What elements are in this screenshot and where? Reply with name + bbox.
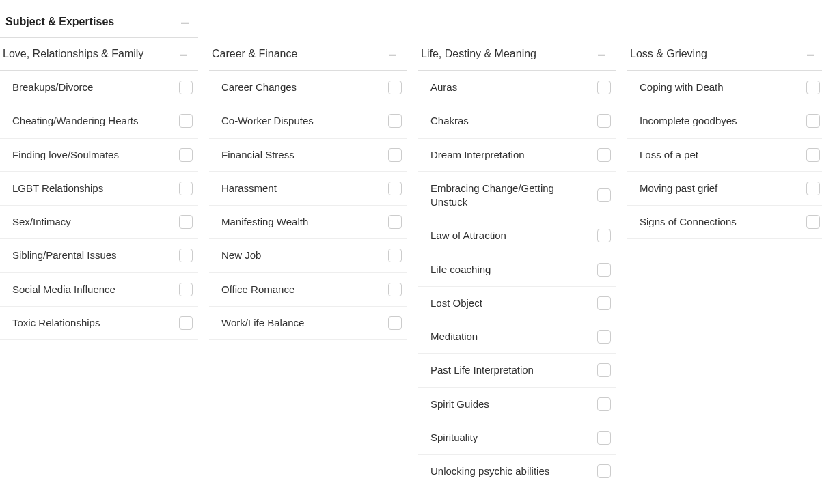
list-item-label: Breakups/Divorce	[12, 81, 179, 94]
checkbox[interactable]	[597, 397, 611, 411]
category-title: Life, Destiny & Meaning	[421, 48, 536, 60]
checkbox[interactable]	[597, 330, 611, 344]
list-item-label: Embracing Change/Getting Unstuck	[430, 182, 597, 210]
checkbox[interactable]	[179, 148, 193, 162]
checkbox[interactable]	[597, 363, 611, 377]
checkbox[interactable]	[179, 182, 193, 195]
list-item: Auras	[418, 71, 616, 104]
checkbox[interactable]	[597, 263, 611, 277]
checkbox[interactable]	[388, 114, 402, 128]
checkbox[interactable]	[388, 182, 402, 195]
list-item-label: Manifesting Wealth	[221, 215, 388, 229]
list-item-label: Signs of Connections	[640, 215, 806, 229]
checkbox[interactable]	[597, 431, 611, 445]
checkbox[interactable]	[597, 464, 611, 478]
list-item: Meditation	[418, 320, 616, 354]
checkbox[interactable]	[179, 283, 193, 296]
collapse-icon[interactable]: –	[177, 15, 193, 29]
list-item-label: Spirit Guides	[430, 397, 597, 411]
list-item: Incomplete goodbyes	[627, 104, 822, 138]
list-item-label: Harassment	[221, 182, 388, 195]
list-item-label: Dream Interpretation	[430, 148, 597, 162]
checkbox[interactable]	[388, 148, 402, 162]
checkbox[interactable]	[806, 182, 820, 195]
checkbox[interactable]	[597, 229, 611, 242]
collapse-icon[interactable]: –	[803, 47, 819, 61]
category-column: Loss & Grieving–Coping with DeathIncompl…	[627, 38, 822, 239]
category-column: Career & Finance–Career ChangesCo-Worker…	[209, 38, 407, 340]
list-item-label: Law of Attraction	[430, 229, 597, 242]
collapse-icon[interactable]: –	[594, 47, 609, 61]
category-header[interactable]: Career & Finance–	[209, 38, 407, 71]
checkbox[interactable]	[388, 215, 402, 229]
list-item: Office Romance	[209, 273, 407, 307]
list-item-label: Work/Life Balance	[221, 316, 388, 330]
category-header[interactable]: Loss & Grieving–	[627, 38, 822, 71]
collapse-icon[interactable]: –	[385, 47, 400, 61]
checkbox[interactable]	[179, 316, 193, 330]
list-item-label: Social Media Influence	[12, 283, 179, 296]
list-item: Toxic Relationships	[0, 307, 198, 340]
list-item-label: Sibling/Parental Issues	[12, 249, 179, 262]
list-item-label: Career Changes	[221, 81, 388, 94]
category-column: Life, Destiny & Meaning–AurasChakrasDrea…	[418, 38, 616, 488]
checkbox[interactable]	[806, 148, 820, 162]
list-item: Spirituality	[418, 421, 616, 455]
list-item: Cheating/Wandering Hearts	[0, 104, 198, 138]
list-item-label: Unlocking psychic abilities	[430, 464, 597, 478]
category-title: Career & Finance	[212, 48, 297, 60]
list-item-label: Office Romance	[221, 283, 388, 296]
checkbox[interactable]	[806, 215, 820, 229]
category-header[interactable]: Life, Destiny & Meaning–	[418, 38, 616, 71]
list-item: Life coaching	[418, 253, 616, 287]
category-items: AurasChakrasDream InterpretationEmbracin…	[418, 71, 616, 488]
checkbox[interactable]	[388, 81, 402, 94]
category-header[interactable]: Love, Relationships & Family–	[0, 38, 198, 71]
list-item-label: Moving past grief	[640, 182, 806, 195]
list-item: Manifesting Wealth	[209, 206, 407, 239]
category-title: Loss & Grieving	[630, 48, 707, 60]
list-item-label: Sex/Intimacy	[12, 215, 179, 229]
checkbox[interactable]	[597, 188, 611, 202]
list-item: Dream Interpretation	[418, 139, 616, 172]
list-item-label: Incomplete goodbyes	[640, 114, 806, 128]
main-header-row[interactable]: Subject & Expertises –	[0, 7, 198, 38]
list-item: Moving past grief	[627, 172, 822, 206]
checkbox[interactable]	[597, 81, 611, 94]
checkbox[interactable]	[179, 114, 193, 128]
collapse-icon[interactable]: –	[176, 47, 191, 61]
list-item: Social Media Influence	[0, 273, 198, 307]
list-item-label: LGBT Relationships	[12, 182, 179, 195]
list-item: Lost Object	[418, 287, 616, 320]
list-item-label: New Job	[221, 249, 388, 262]
list-item: Past Life Interpretation	[418, 354, 616, 387]
list-item-label: Loss of a pet	[640, 148, 806, 162]
checkbox[interactable]	[597, 296, 611, 310]
list-item: LGBT Relationships	[0, 172, 198, 206]
list-item: Chakras	[418, 104, 616, 138]
list-item: Sibling/Parental Issues	[0, 239, 198, 272]
list-item: Breakups/Divorce	[0, 71, 198, 104]
list-item-label: Life coaching	[430, 263, 597, 277]
checkbox[interactable]	[179, 215, 193, 229]
checkbox[interactable]	[388, 316, 402, 330]
checkbox[interactable]	[179, 81, 193, 94]
list-item: New Job	[209, 239, 407, 272]
list-item: Co-Worker Disputes	[209, 104, 407, 138]
category-items: Career ChangesCo-Worker DisputesFinancia…	[209, 71, 407, 340]
list-item-label: Cheating/Wandering Hearts	[12, 114, 179, 128]
list-item: Embracing Change/Getting Unstuck	[418, 172, 616, 220]
checkbox[interactable]	[388, 249, 402, 262]
list-item: Coping with Death	[627, 71, 822, 104]
checkbox[interactable]	[388, 283, 402, 296]
checkbox[interactable]	[597, 148, 611, 162]
list-item: Signs of Connections	[627, 206, 822, 239]
list-item-label: Spirituality	[430, 431, 597, 445]
category-title: Love, Relationships & Family	[3, 48, 143, 60]
list-item-label: Financial Stress	[221, 148, 388, 162]
checkbox[interactable]	[806, 81, 820, 94]
list-item: Financial Stress	[209, 139, 407, 172]
checkbox[interactable]	[179, 249, 193, 262]
checkbox[interactable]	[597, 114, 611, 128]
checkbox[interactable]	[806, 114, 820, 128]
